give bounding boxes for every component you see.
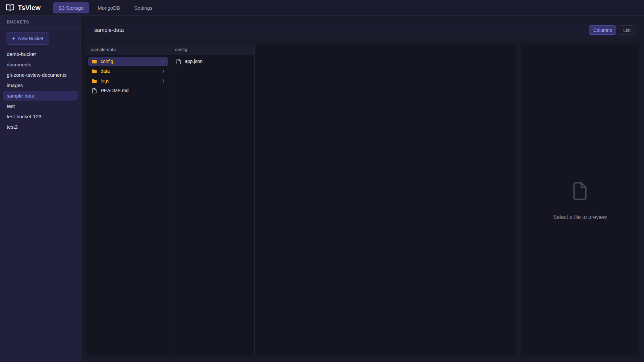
file-name-label: app.json (185, 59, 203, 64)
folder-row-config[interactable]: config (88, 57, 168, 66)
columns-view-button[interactable]: Columns (589, 25, 616, 35)
bucket-item-demo-bucket[interactable]: demo-bucket (3, 49, 77, 59)
chevron-right-icon (161, 69, 165, 73)
tab-settings[interactable]: Settings (128, 2, 158, 13)
buckets-sidebar: BUCKETS + New Bucket demo-bucket documen… (0, 16, 80, 362)
app-root: TsView S3 Storage MongoDB Settings BUCKE… (0, 0, 644, 16)
folder-icon (92, 59, 97, 64)
bucket-item-test-bucket-123[interactable]: test-bucket-123 (3, 112, 77, 121)
chevron-right-icon (161, 79, 165, 83)
file-icon (176, 59, 181, 64)
bucket-item-test[interactable]: test (3, 101, 77, 111)
file-column-config: config app.json (170, 44, 255, 356)
book-open-icon (6, 3, 14, 12)
folder-row-logs[interactable]: logs (88, 76, 168, 85)
folder-name-label: config (101, 59, 113, 64)
top-bar: TsView S3 Storage MongoDB Settings (0, 0, 644, 16)
file-row-app-json[interactable]: app.json (172, 57, 252, 66)
preview-placeholder: Select a file to preview (553, 214, 607, 220)
folder-row-data[interactable]: data (88, 67, 168, 76)
bucket-item-test2[interactable]: test2 (3, 122, 77, 132)
bucket-item-documents[interactable]: documents (3, 60, 77, 69)
bucket-item-sample-data[interactable]: sample-data (3, 91, 77, 101)
miller-columns-panel: sample-data config (86, 44, 516, 356)
main-content: sample-data Columns List sample-data (80, 16, 644, 362)
folder-icon (92, 68, 97, 74)
chevron-right-icon (161, 59, 165, 64)
page-title: sample-data (94, 27, 124, 33)
bucket-item-git-zone-tsview-documents[interactable]: git-zone-tsview-documents (3, 70, 77, 80)
content-row: sample-data config (86, 44, 639, 356)
tab-mongodb[interactable]: MongoDB (92, 2, 126, 13)
column-header: sample-data (86, 44, 170, 55)
preview-panel: Select a file to preview (521, 44, 639, 356)
file-column-sample-data: sample-data config (86, 44, 170, 356)
file-row-readme[interactable]: README.md (88, 86, 168, 95)
file-outline-icon (570, 181, 590, 201)
buckets-section-header: BUCKETS (0, 16, 80, 28)
bucket-list: demo-bucket documents git-zone-tsview-do… (0, 49, 80, 132)
file-icon (92, 88, 97, 94)
column-items: app.json (170, 55, 254, 69)
brand: TsView (6, 3, 41, 12)
file-name-label: README.md (101, 88, 128, 94)
folder-icon (92, 78, 97, 84)
tab-s3-storage[interactable]: S3 Storage (53, 2, 89, 13)
bucket-item-images[interactable]: images (3, 80, 77, 90)
folder-name-label: logs (101, 78, 109, 84)
new-bucket-button[interactable]: + New Bucket (6, 33, 49, 45)
column-items: config data (86, 55, 170, 98)
folder-name-label: data (101, 68, 110, 74)
column-header: config (170, 44, 254, 55)
app-title: TsView (18, 4, 41, 12)
plus-icon: + (12, 36, 15, 41)
view-toggle: Columns List (589, 25, 635, 35)
main-nav: S3 Storage MongoDB Settings (53, 2, 158, 13)
list-view-button[interactable]: List (619, 25, 635, 35)
new-bucket-label: New Bucket (18, 36, 43, 41)
main-header: sample-data Columns List (86, 22, 639, 38)
